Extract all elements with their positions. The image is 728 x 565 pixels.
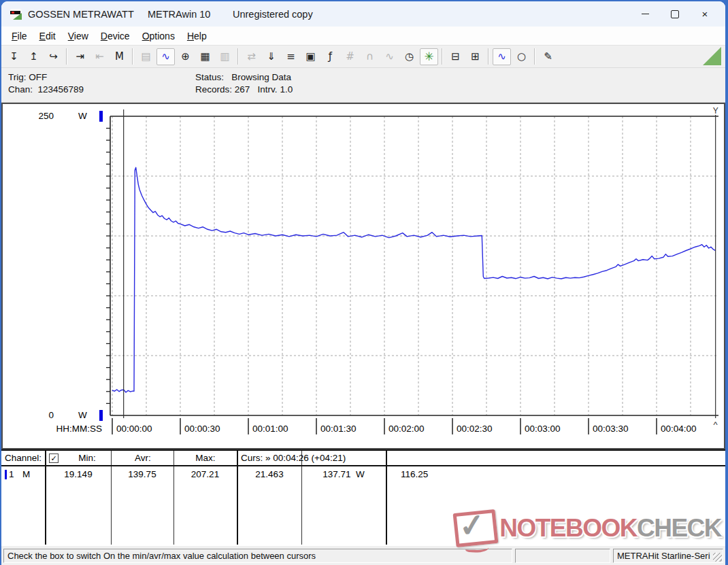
toolbar-separator (66, 48, 67, 65)
minimize-icon (642, 14, 649, 15)
toolbar-separator (132, 48, 133, 65)
value-avr: 139.75 (112, 469, 173, 479)
resize-grip[interactable] (713, 553, 722, 562)
toolbar-separator (534, 48, 535, 65)
power-chart: 00:00:0000:00:3000:01:0000:01:3000:02:00… (3, 104, 723, 447)
print-setup-icon[interactable]: ⊞ (466, 48, 484, 65)
status-device: METRAHit Starline-Seri (613, 549, 723, 563)
menu-edit[interactable]: Edit (33, 29, 62, 44)
formula-icon[interactable]: ƒ (321, 48, 340, 65)
trigger-status: Trig: OFF (8, 72, 47, 82)
zoom-select-icon[interactable]: ○ (512, 48, 531, 65)
menu-view[interactable]: View (62, 29, 95, 44)
menu-help[interactable]: Help (181, 29, 213, 44)
device-store-icon[interactable]: ⇓ (262, 48, 280, 65)
table-display-icon[interactable]: ▦ (196, 48, 214, 65)
x-tick-label: 00:01:00 (252, 424, 288, 434)
x-tick-label: 00:04:00 (661, 424, 697, 434)
value-min: 19.149 (46, 469, 110, 479)
interval-clock-icon[interactable]: ◷ (400, 48, 418, 65)
menu-file[interactable]: File (5, 29, 33, 44)
annotation-icon[interactable]: ✎ (539, 48, 557, 65)
status-middle (515, 549, 610, 563)
channel-mode: M (22, 469, 30, 479)
info-bar: Trig: OFF Chan: 123456789 Status: Browsi… (1, 68, 725, 103)
numeric-display-icon[interactable]: ▤ (137, 48, 155, 65)
x-tick-label: 00:00:30 (184, 424, 220, 434)
device-config-icon[interactable]: ≡ (282, 48, 300, 65)
value-max: 207.21 (174, 469, 236, 479)
channel-number: 1 (9, 469, 14, 479)
col-header-min: Min: (67, 453, 107, 463)
x-tick-label: 00:00:00 (116, 424, 152, 434)
wave-train-icon[interactable]: ∿ (380, 48, 399, 65)
file-save-icon[interactable]: ↧ (5, 48, 23, 65)
pc-monitor-icon[interactable]: ▣ (301, 48, 320, 65)
col-header-channel: Channel: (5, 453, 42, 463)
crosshair-icon[interactable]: ⊕ (176, 48, 195, 65)
document-title: METRAwin 10 (148, 9, 210, 20)
x-axis-format-label: HH:MM:SS (56, 424, 103, 434)
col-header-avr: Avr: (122, 453, 163, 463)
status-hint: Check the box to switch On the min/avr/m… (3, 549, 512, 563)
title-bar: GOSSEN METRAWATT METRAwin 10 Unregistere… (1, 1, 725, 27)
x-tick-label: 00:02:00 (388, 424, 425, 434)
toolbar: ↧↥↪⇥⇤M▤∿⊕▦▥⇄⇓≡▣ƒ#∩∿◷✳⊟⊞∿○✎ (1, 46, 725, 68)
zoom-curve-icon[interactable]: ∿ (493, 48, 511, 65)
channel-status: Chan: 123456789 (8, 84, 84, 95)
device-read-icon[interactable]: ⇥ (71, 48, 89, 65)
x-tick-label: 00:01:30 (320, 424, 357, 434)
curve-display-icon[interactable]: ∿ (156, 48, 175, 65)
toolbar-separator (442, 48, 443, 65)
file-save-as-icon[interactable]: ↥ (24, 48, 43, 65)
app-title: GOSSEN METRAWATT (28, 9, 134, 20)
minmax-checkbox[interactable]: ✓ (49, 453, 59, 463)
x-tick-label: 00:03:30 (593, 424, 629, 434)
toolbar-separator (237, 48, 239, 65)
maximize-icon (671, 10, 679, 18)
app-icon (10, 9, 22, 20)
desktop: { "window": { "app_name": "GOSSEN METRAW… (0, 0, 728, 565)
print-icon[interactable]: ⊟ (446, 48, 465, 65)
channel-color-marker (5, 470, 7, 479)
live-record-icon[interactable]: ✳ (420, 48, 438, 65)
menu-options[interactable]: Options (136, 29, 181, 44)
x-tick-label: 00:02:30 (457, 424, 493, 434)
menu-bar: FileEditViewDeviceOptionsHelp (1, 27, 725, 46)
close-icon: × (702, 9, 708, 19)
check-icon: ✓ (50, 455, 56, 462)
status-bar: Check the box to switch On the min/avr/m… (1, 546, 725, 565)
wave-single-icon[interactable]: ∩ (361, 48, 379, 65)
channel-table: Channel: ✓ Min: Avr: Max: Curs: » 00:04:… (1, 449, 725, 546)
license-status: Unregistered copy (233, 9, 313, 20)
cursor-2-top-marker: Y (713, 106, 718, 116)
records-status: Records: 267 Intrv. 1.0 (195, 84, 293, 95)
cursor-2-bottom-marker: ^ (714, 420, 718, 430)
maximize-button[interactable] (660, 4, 690, 24)
histogram-icon[interactable]: ▥ (216, 48, 234, 65)
close-button[interactable]: × (690, 4, 720, 24)
menu-device[interactable]: Device (95, 29, 136, 44)
window-controls: × (630, 1, 720, 27)
chart-panel: 250 W 0 W 00:00:0000:00:3000:01:0000:01:… (1, 103, 725, 449)
app-window: GOSSEN METRAWATT METRAwin 10 Unregistere… (1, 1, 725, 563)
power-curve (112, 167, 716, 392)
file-open-icon[interactable]: ↪ (44, 48, 63, 65)
device-settings-icon[interactable]: # (341, 48, 359, 65)
col-header-max: Max: (185, 453, 226, 463)
col-header-cursor: Curs: » 00:04:26 (+04:21) (241, 453, 346, 463)
browse-status: Status: Browsing Data (195, 72, 291, 82)
device-write-icon[interactable]: ⇤ (90, 48, 109, 65)
value-delta: 116.25 (401, 469, 428, 479)
value-cursor2: 137.71 W (303, 469, 384, 479)
device-memory-icon[interactable]: M (110, 48, 129, 65)
export-icon[interactable]: ⇄ (242, 48, 261, 65)
minimize-button[interactable] (630, 4, 660, 24)
value-cursor1: 21.463 (238, 469, 301, 479)
connection-status-triangle (703, 47, 721, 65)
toolbar-separator (488, 48, 489, 65)
x-tick-label: 00:03:00 (525, 424, 561, 434)
